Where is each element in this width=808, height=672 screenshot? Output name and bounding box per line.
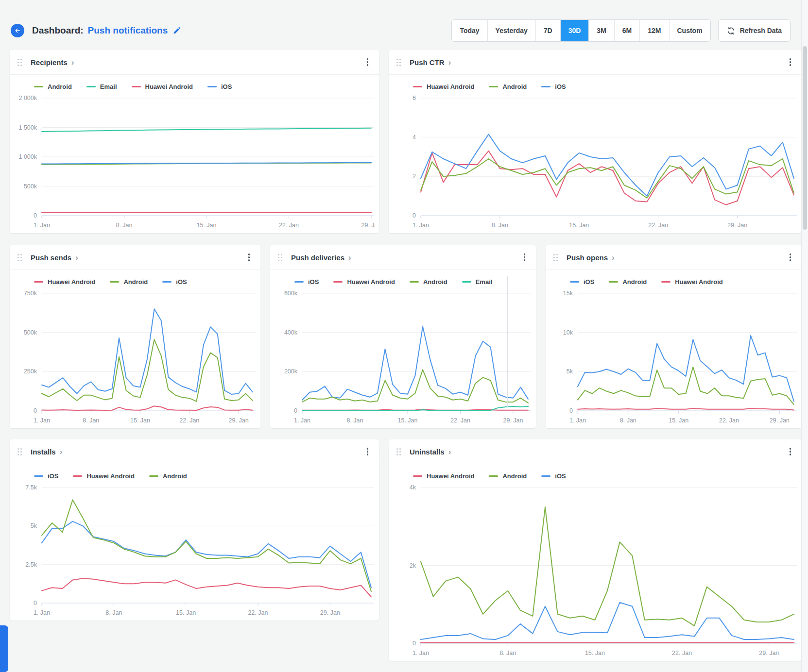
legend-swatch <box>333 281 343 283</box>
svg-text:22. Jan: 22. Jan <box>648 222 668 229</box>
time-range-12m[interactable]: 12M <box>639 20 669 41</box>
legend-item-huawei-android[interactable]: Huawei Android <box>413 83 474 90</box>
drag-handle-icon[interactable] <box>17 448 22 455</box>
legend-item-android[interactable]: Android <box>110 278 148 286</box>
drag-handle-icon[interactable] <box>553 254 558 261</box>
side-widget-tab[interactable] <box>0 625 8 672</box>
legend-item-huawei-android[interactable]: Huawei Android <box>333 278 395 286</box>
back-button[interactable] <box>11 24 24 37</box>
kebab-menu-icon[interactable] <box>364 55 372 69</box>
legend-label: Android <box>123 278 148 286</box>
chevron-right-icon: › <box>348 253 351 262</box>
refresh-label: Refresh Data <box>740 27 782 34</box>
chart-installs: 7.5k5k2.5k1. Jan8. Jan15. Jan22. Jan29. … <box>14 482 375 619</box>
panel-header: Recipients› <box>10 50 379 75</box>
legend-item-android[interactable]: Android <box>34 83 72 90</box>
chart-uninstalls: 4k2k1. Jan8. Jan15. Jan22. Jan29. Jan0 <box>393 482 798 659</box>
svg-text:200k: 200k <box>284 368 298 375</box>
chart-push-ctr: 6421. Jan8. Jan15. Jan22. Jan29. Jan0 <box>393 92 798 231</box>
legend-item-ios[interactable]: iOS <box>34 472 58 480</box>
legend-item-huawei-android[interactable]: Huawei Android <box>413 472 474 480</box>
legend-label: Huawei Android <box>427 472 474 480</box>
legend-item-ios[interactable]: iOS <box>207 83 232 90</box>
svg-text:29. Jan: 29. Jan <box>770 417 790 424</box>
legend-item-android[interactable]: Android <box>410 278 447 286</box>
svg-text:15. Jan: 15. Jan <box>569 222 589 229</box>
legend-swatch <box>34 281 43 283</box>
drag-handle-icon[interactable] <box>17 59 22 66</box>
panel-title-label: Installs <box>31 448 56 456</box>
panel-title-push-ctr[interactable]: Push CTR› <box>410 58 451 67</box>
legend-swatch <box>110 281 119 283</box>
legend-label: Huawei Android <box>48 278 95 286</box>
edit-pencil-icon[interactable] <box>173 27 181 34</box>
legend-item-ios[interactable]: iOS <box>162 278 187 286</box>
panel-title-recipients[interactable]: Recipients› <box>31 58 74 67</box>
chart-legend: iOSHuawei AndroidAndroid <box>10 464 379 482</box>
legend-swatch <box>132 86 141 87</box>
time-range-custom[interactable]: Custom <box>669 20 710 41</box>
chart-recipients: 2 000k1 500k1 000k500k1. Jan8. Jan15. Ja… <box>14 92 375 231</box>
panel-header: Push CTR› <box>389 50 802 75</box>
svg-text:15. Jan: 15. Jan <box>585 650 605 656</box>
legend-item-android[interactable]: Android <box>149 472 187 480</box>
svg-text:8. Jan: 8. Jan <box>83 417 99 424</box>
drag-handle-icon[interactable] <box>396 448 401 455</box>
kebab-menu-icon[interactable] <box>364 445 372 459</box>
panel-uninstalls: Uninstalls›Huawei AndroidAndroidiOS4k2k1… <box>389 439 802 661</box>
panel-title-label: Push deliveries <box>291 253 344 262</box>
legend-item-ios[interactable]: iOS <box>570 278 594 286</box>
legend-item-ios[interactable]: iOS <box>294 278 319 286</box>
kebab-menu-icon[interactable] <box>787 445 794 459</box>
legend-item-email[interactable]: Email <box>86 83 117 90</box>
time-range-30d[interactable]: 30D <box>560 20 589 41</box>
svg-text:1 500k: 1 500k <box>18 124 37 131</box>
drag-handle-icon[interactable] <box>396 59 401 66</box>
kebab-menu-icon[interactable] <box>521 251 529 265</box>
panel-title-installs[interactable]: Installs› <box>31 448 62 456</box>
time-range-6m[interactable]: 6M <box>614 20 639 41</box>
legend-item-android[interactable]: Android <box>609 278 647 286</box>
legend-item-ios[interactable]: iOS <box>541 472 566 480</box>
chart-legend: AndroidEmailHuawei AndroidiOS <box>10 75 379 92</box>
svg-text:15. Jan: 15. Jan <box>176 609 196 616</box>
panel-title-push-sends[interactable]: Push sends› <box>31 253 78 262</box>
panel-recipients: Recipients›AndroidEmailHuawei AndroidiOS… <box>10 50 379 233</box>
legend-item-huawei-android[interactable]: Huawei Android <box>73 472 134 480</box>
legend-item-android[interactable]: Android <box>489 83 527 90</box>
kebab-menu-icon[interactable] <box>787 251 794 265</box>
svg-text:8. Jan: 8. Jan <box>492 222 508 229</box>
legend-item-android[interactable]: Android <box>489 472 527 480</box>
svg-text:6: 6 <box>413 95 416 101</box>
time-range-7d[interactable]: 7D <box>535 20 560 41</box>
time-range-3m[interactable]: 3M <box>588 20 614 41</box>
drag-handle-icon[interactable] <box>278 254 282 261</box>
panel-push-deliveries: Push deliveries›iOSHuawei AndroidAndroid… <box>270 245 536 428</box>
legend-item-email[interactable]: Email <box>462 278 493 286</box>
legend-item-huawei-android[interactable]: Huawei Android <box>132 83 193 90</box>
panel-title-push-deliveries[interactable]: Push deliveries› <box>291 253 351 262</box>
time-range-today[interactable]: Today <box>452 20 487 41</box>
kebab-menu-icon[interactable] <box>245 251 253 265</box>
panel-title-uninstalls[interactable]: Uninstalls› <box>410 448 451 456</box>
panel-title-push-opens[interactable]: Push opens› <box>567 253 615 262</box>
drag-handle-icon[interactable] <box>17 254 22 261</box>
legend-item-huawei-android[interactable]: Huawei Android <box>661 278 722 286</box>
chart-inner-scrollbar[interactable] <box>507 276 508 407</box>
legend-item-ios[interactable]: iOS <box>541 83 566 90</box>
time-range-yesterday[interactable]: Yesterday <box>487 20 535 41</box>
svg-text:29. Jan: 29. Jan <box>320 609 340 616</box>
legend-item-huawei-android[interactable]: Huawei Android <box>34 278 95 286</box>
scrollbar-thumb[interactable] <box>803 46 807 230</box>
chevron-right-icon: › <box>75 253 78 262</box>
svg-text:22. Jan: 22. Jan <box>450 417 470 424</box>
legend-swatch <box>462 281 471 283</box>
svg-text:0: 0 <box>413 212 416 219</box>
refresh-data-button[interactable]: Refresh Data <box>718 19 791 42</box>
legend-label: Email <box>100 83 117 90</box>
scrollbar-track[interactable] <box>801 0 808 672</box>
svg-text:4k: 4k <box>410 484 416 491</box>
legend-label: iOS <box>221 83 232 90</box>
dashboard-name-link[interactable]: Push notifications <box>88 25 168 36</box>
kebab-menu-icon[interactable] <box>787 55 794 69</box>
